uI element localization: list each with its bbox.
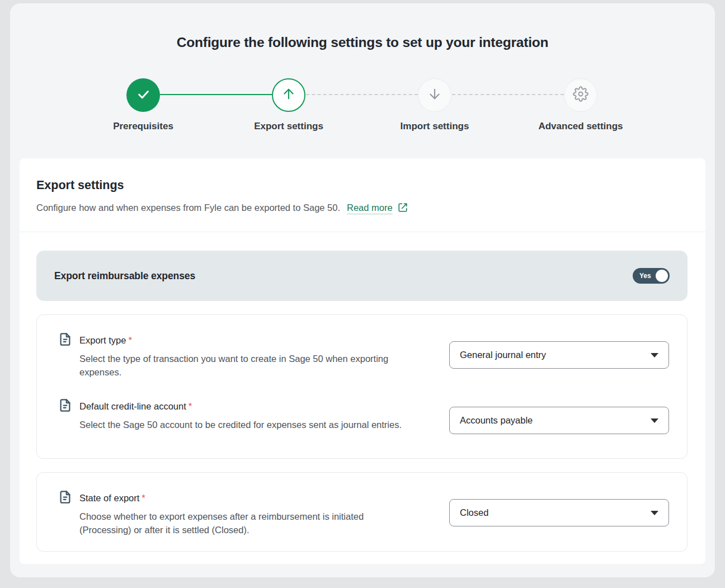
export-settings-card: Export settings Configure how and when e… (20, 158, 705, 564)
step-label: Export settings (227, 121, 350, 132)
dropdown-value: Accounts payable (460, 415, 533, 426)
external-link-icon (398, 204, 408, 214)
arrow-up-icon (281, 86, 296, 104)
step-label: Advanced settings (519, 121, 642, 132)
chevron-down-icon (651, 353, 658, 357)
check-icon (136, 87, 151, 104)
setting-label: Default credit-line account* (79, 399, 192, 413)
setting-description: Select the type of transaction you want … (79, 352, 411, 379)
document-icon (58, 398, 73, 415)
step-circle-prerequisites[interactable] (126, 78, 160, 112)
toggle-label: Yes (639, 272, 651, 280)
stepper: Prerequisites Export settings Import set… (10, 3, 715, 149)
arrow-down-icon (427, 86, 442, 104)
document-icon (58, 490, 73, 507)
section-description-text: Configure how and when expenses from Fyl… (36, 203, 340, 213)
step-label: Import settings (373, 121, 496, 132)
document-icon (58, 332, 73, 349)
export-type-settings-card: Export type* Select the type of transact… (36, 314, 688, 459)
gear-icon (573, 86, 589, 104)
step-import-settings: Import settings (373, 78, 496, 132)
step-export-settings: Export settings (227, 78, 350, 132)
required-asterisk: * (128, 335, 131, 345)
chevron-down-icon (651, 418, 658, 423)
step-prerequisites: Prerequisites (82, 78, 205, 132)
required-asterisk: * (142, 493, 145, 503)
setting-description: Choose whether to export expenses after … (79, 510, 411, 537)
section-divider (20, 232, 705, 232)
toggle-knob (656, 270, 668, 282)
read-more-link[interactable]: Read more (347, 203, 393, 213)
step-circle-advanced-settings[interactable] (564, 78, 597, 112)
state-of-export-settings-card: State of export* Choose whether to expor… (36, 472, 688, 552)
section-description: Configure how and when expenses from Fyl… (36, 201, 408, 216)
integration-setup-panel: Configure the following settings to set … (10, 3, 715, 577)
credit-account-dropdown[interactable]: Accounts payable (449, 407, 669, 434)
export-type-dropdown[interactable]: General journal entry (449, 341, 669, 369)
dropdown-value: Closed (460, 507, 488, 518)
step-label: Prerequisites (82, 121, 205, 132)
step-advanced-settings: Advanced settings (519, 78, 642, 132)
required-asterisk: * (189, 401, 192, 411)
export-state-dropdown[interactable]: Closed (449, 499, 669, 526)
setting-label: Export type* (79, 333, 132, 347)
setting-description: Select the Sage 50 account to be credite… (79, 418, 411, 431)
banner-label: Export reimbursable expenses (54, 270, 195, 282)
reimbursable-expenses-banner: Export reimbursable expenses Yes (36, 251, 688, 301)
reimbursable-toggle[interactable]: Yes (633, 268, 670, 284)
step-circle-import-settings[interactable] (418, 78, 451, 112)
setting-label: State of export* (79, 491, 145, 505)
section-title: Export settings (36, 178, 124, 192)
dropdown-value: General journal entry (460, 350, 546, 360)
chevron-down-icon (651, 511, 658, 515)
step-circle-export-settings[interactable] (272, 78, 305, 112)
